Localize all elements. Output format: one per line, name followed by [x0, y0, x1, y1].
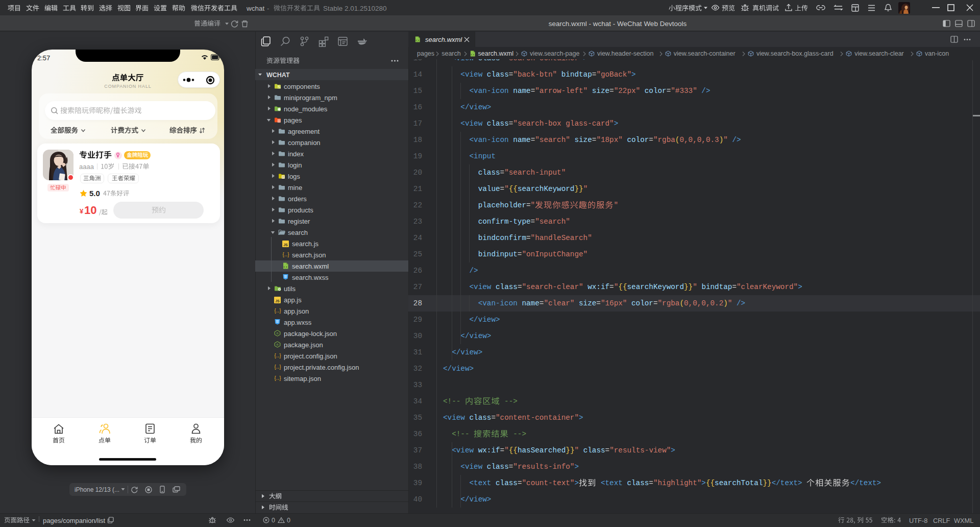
svg-text:JS: JS	[283, 243, 288, 246]
svg-text:{..}: {..}	[275, 308, 281, 314]
svg-text:JS: JS	[275, 299, 280, 302]
svg-text:n: n	[277, 331, 279, 335]
svg-text:{..}: {..}	[275, 375, 281, 381]
svg-text:{..}: {..}	[275, 364, 281, 370]
svg-text:{..}: {..}	[275, 353, 281, 359]
svg-text:n: n	[277, 343, 279, 346]
svg-text:{..}: {..}	[283, 252, 289, 258]
